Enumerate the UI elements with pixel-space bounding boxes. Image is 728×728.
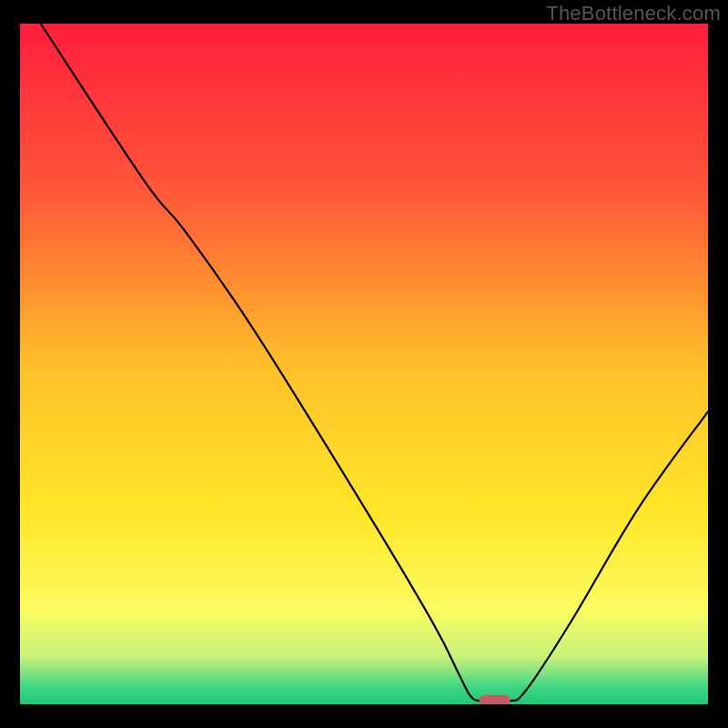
- optimal-marker: [480, 695, 511, 704]
- chart-container: TheBottleneck.com: [0, 0, 728, 728]
- watermark-text: TheBottleneck.com: [546, 2, 721, 25]
- gradient-background: [20, 24, 708, 704]
- bottleneck-chart: [20, 24, 708, 704]
- plot-area: [20, 24, 708, 704]
